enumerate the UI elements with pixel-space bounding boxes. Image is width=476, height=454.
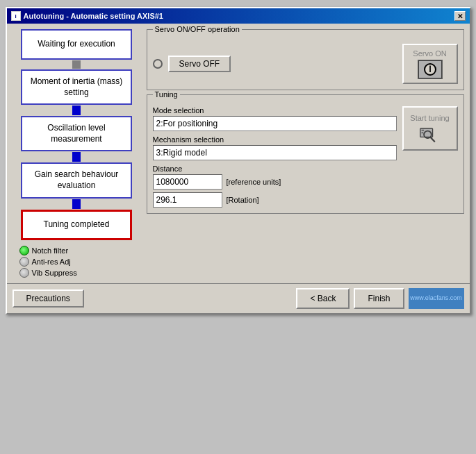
distance-unit-1: [reference units] <box>227 178 281 186</box>
step-oscillation-level: Oscillation level measurement <box>21 116 132 151</box>
svg-line-2 <box>430 137 434 141</box>
tuning-fields: Mode selection 2:For positioning Mechani… <box>153 106 397 208</box>
window-title: Autotuning - Automatic setting AXIS#1 <box>24 12 163 20</box>
distance-input-2[interactable] <box>153 192 222 208</box>
close-button[interactable]: ✕ <box>454 11 466 21</box>
servo-on-label: Servo ON <box>413 49 446 58</box>
main-content: Waiting for execution Moment of inertia … <box>7 24 470 283</box>
tuning-group-inner: Mode selection 2:For positioning Mechani… <box>153 106 458 208</box>
right-panel: Servo ON/OFF operation Servo OFF Servo O… <box>147 29 464 278</box>
footer-right: < Back Finish www.elacfans.com <box>296 288 463 309</box>
mechanism-selection-value: 3:Rigid model <box>153 145 397 160</box>
watermark: www.elacfans.com <box>409 288 464 309</box>
back-button[interactable]: < Back <box>296 288 350 309</box>
step-moment-of-inertia: Moment of inertia (mass) setting <box>21 69 132 105</box>
step-tuning-completed: Tuning completed <box>21 210 132 240</box>
window-icon: i <box>11 11 21 21</box>
step-gain-search: Gain search behaviour evaluation <box>21 162 132 198</box>
connector-3 <box>72 152 81 162</box>
notch-filter-led <box>19 246 29 255</box>
servo-off-button[interactable]: Servo OFF <box>168 56 231 72</box>
start-tuning-label: Start tuning <box>410 114 449 122</box>
distance-unit-2: [Rotation] <box>227 196 259 204</box>
servo-on-button[interactable]: Servo ON Ⅰ <box>402 44 458 84</box>
tuning-group-box: Tuning Mode selection 2:For positioning … <box>147 94 464 214</box>
mode-selection-label: Mode selection <box>153 106 397 115</box>
distance-row-2: [Rotation] <box>153 192 397 208</box>
servo-radio[interactable] <box>153 59 163 69</box>
title-bar: i Autotuning - Automatic setting AXIS#1 … <box>7 8 470 24</box>
distance-label: Distance <box>153 165 397 173</box>
main-window: i Autotuning - Automatic setting AXIS#1 … <box>6 7 471 314</box>
indicator-vib-suppress: Vib Suppress <box>19 268 141 278</box>
connector-1 <box>72 60 81 69</box>
start-tuning-button[interactable]: Start tuning <box>402 106 458 151</box>
distance-row-1: [reference units] <box>153 174 397 190</box>
footer: Precautions < Back Finish www.elacfans.c… <box>7 283 470 313</box>
indicator-notch-filter: Notch filter <box>19 246 141 255</box>
anti-res-led <box>19 257 29 267</box>
svg-rect-3 <box>421 129 424 131</box>
precautions-button[interactable]: Precautions <box>13 289 84 308</box>
left-panel: Waiting for execution Moment of inertia … <box>13 29 141 278</box>
connector-4 <box>72 199 81 209</box>
start-tuning-icon <box>419 124 441 144</box>
svg-rect-4 <box>421 132 423 133</box>
tuning-group-title: Tuning <box>153 90 180 99</box>
connector-2 <box>72 106 81 115</box>
servo-group-content: Servo OFF Servo ON Ⅰ <box>153 41 458 84</box>
step-waiting-for-execution: Waiting for execution <box>21 29 132 60</box>
servo-group-box: Servo ON/OFF operation Servo OFF Servo O… <box>147 29 464 90</box>
servo-on-icon: Ⅰ <box>418 60 443 79</box>
finish-button[interactable]: Finish <box>354 288 404 309</box>
mechanism-selection-label: Mechanism selection <box>153 135 397 144</box>
mode-selection-value: 2:For positioning <box>153 116 397 131</box>
indicator-anti-res: Anti-res Adj <box>19 257 141 267</box>
servo-group-title: Servo ON/OFF operation <box>153 25 242 33</box>
distance-input-1[interactable] <box>153 174 222 190</box>
title-bar-left: i Autotuning - Automatic setting AXIS#1 <box>11 11 163 21</box>
vib-suppress-led <box>19 268 29 278</box>
indicators: Notch filter Anti-res Adj Vib Suppress <box>13 246 141 278</box>
